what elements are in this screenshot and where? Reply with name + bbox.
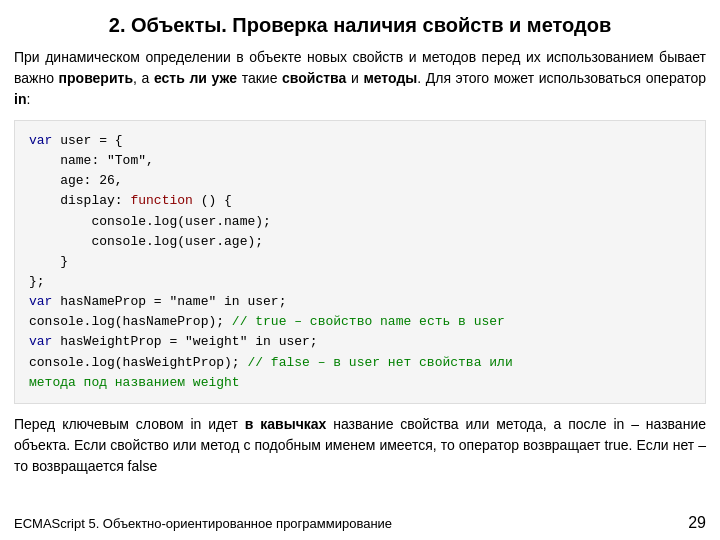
outro-paragraph: Перед ключевым словом in идет в кавычках…: [14, 414, 706, 477]
footer-left: ECMAScript 5. Объектно-ориентированное п…: [14, 516, 392, 531]
page-title: 2. Объекты. Проверка наличия свойств и м…: [0, 0, 720, 47]
intro-paragraph: При динамическом определении в объекте н…: [14, 47, 706, 110]
code-block: var user = { name: "Tom", age: 26, displ…: [14, 120, 706, 404]
footer-right: 29: [688, 514, 706, 532]
